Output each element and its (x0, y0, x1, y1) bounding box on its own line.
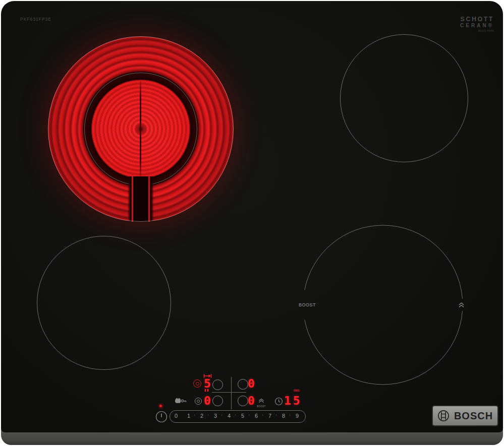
dual-zone-key-icon (195, 398, 202, 405)
slider-level-6[interactable]: 6 (255, 413, 258, 419)
level-display-front-left: 0 (204, 395, 211, 407)
slider-level-2[interactable]: 2 (200, 413, 203, 419)
slider-level-4[interactable]: 4 (228, 413, 231, 419)
slider-dot: · (235, 412, 236, 418)
zone-select-key-rear-left[interactable] (212, 379, 223, 390)
slider-level-0[interactable]: 0 (175, 413, 178, 419)
burner-rear-left-active (48, 36, 234, 222)
zone-select-key-rear-right[interactable] (238, 379, 248, 390)
bosch-wordmark: BOSCH (454, 410, 493, 422)
slider-dot: · (289, 412, 291, 418)
slider-dot: · (275, 412, 277, 418)
dual-zone-active-indicator (193, 379, 201, 388)
level-display-rear-right: 0 (248, 378, 255, 390)
slider-level-8[interactable]: 8 (282, 413, 285, 419)
schott-ceran-logo: SCHOTT CERAN® 80011-4448 (460, 16, 494, 33)
power-on-led (159, 405, 162, 407)
model-code-label: PKF631FP3E (20, 17, 51, 22)
panel-divider-vertical (231, 377, 232, 409)
dual-zone-segment-bars (205, 389, 208, 392)
level-slider[interactable]: 0 1 · 2 · 3 · 4 · 5 · 6 · 7 · 8 · 9 (170, 410, 306, 423)
slider-level-7[interactable]: 7 (268, 413, 271, 419)
slider-level-5[interactable]: 5 (241, 413, 244, 419)
slider-dot: · (207, 412, 209, 418)
slider-dot: · (194, 412, 195, 418)
timer-display: 15 (284, 395, 302, 407)
timer-clock-icon[interactable] (274, 397, 283, 406)
bosch-badge: BOSCH (433, 406, 497, 425)
boost-chevrons-icon (258, 399, 264, 403)
power-key[interactable] (155, 411, 167, 423)
burner-front-right (303, 225, 463, 385)
burner-rear-right (340, 34, 468, 162)
slider-level-1[interactable]: 1 (187, 413, 190, 419)
slider-dot: · (248, 412, 250, 418)
schott-logo-line1: SCHOTT (460, 16, 494, 23)
hob-glass-surface: PKF631FP3E SCHOTT CERAN® 80011-4448 BOOS… (1, 1, 503, 432)
panel-divider-horizontal (212, 392, 246, 393)
slider-dot: · (262, 412, 263, 418)
level-display-rear-left: 5 (204, 378, 211, 390)
outer-marking-ring (48, 36, 234, 222)
slider-dot: · (221, 412, 222, 418)
schott-logo-subcode: 80011-4448 (460, 30, 494, 33)
zone-select-key-front-left[interactable] (212, 396, 223, 406)
slider-level-3[interactable]: 3 (214, 413, 217, 419)
bosch-emblem-icon (437, 410, 450, 422)
burner-front-left (37, 236, 171, 370)
schott-logo-line2: CERAN® (460, 23, 494, 29)
boost-key[interactable]: BOOST (256, 396, 266, 408)
zone-select-key-front-right[interactable] (238, 396, 248, 406)
timer-unit-label: min (294, 389, 299, 392)
slider-level-9[interactable]: 9 (296, 413, 299, 419)
boost-key-label: BOOST (256, 405, 266, 408)
level-display-front-right: 0 (248, 395, 255, 407)
child-lock-icon[interactable] (174, 397, 187, 404)
